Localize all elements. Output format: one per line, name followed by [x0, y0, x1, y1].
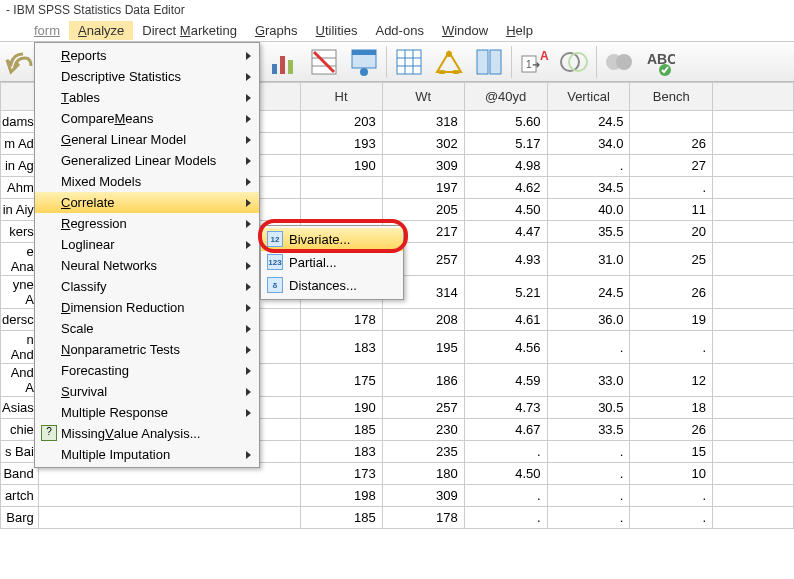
cell[interactable] — [713, 133, 794, 155]
correlate-partial-[interactable]: Partial...123 — [261, 251, 403, 274]
cell[interactable] — [713, 441, 794, 463]
cell[interactable] — [713, 111, 794, 133]
toolbar-pivot-icon[interactable] — [389, 46, 429, 78]
analyze-missing-value-analysis-[interactable]: Missing Value Analysis...? — [35, 423, 259, 444]
toolbar-select-cases-icon[interactable] — [304, 46, 344, 78]
cell[interactable]: 20 — [630, 221, 713, 243]
cell[interactable]: 185 — [300, 507, 382, 529]
cell[interactable]: 4.47 — [464, 221, 547, 243]
analyze-loglinear[interactable]: Loglinear — [35, 234, 259, 255]
cell[interactable]: 193 — [300, 133, 382, 155]
cell[interactable] — [630, 111, 713, 133]
toolbar-unk-icon[interactable] — [599, 46, 639, 78]
cell[interactable]: . — [547, 507, 630, 529]
cell[interactable]: 4.59 — [464, 364, 547, 397]
cell[interactable]: 40.0 — [547, 199, 630, 221]
analyze-classify[interactable]: Classify — [35, 276, 259, 297]
toolbar-value-labels-icon[interactable]: A1➜ — [514, 46, 554, 78]
cell[interactable] — [713, 331, 794, 364]
cell[interactable] — [713, 221, 794, 243]
col-header-Wt[interactable]: Wt — [382, 83, 464, 111]
cell[interactable]: 205 — [382, 199, 464, 221]
cell[interactable]: 180 — [382, 463, 464, 485]
menu-analyze[interactable]: Analyze — [69, 21, 133, 40]
menu-window[interactable]: Window — [433, 21, 497, 40]
analyze-compare-means[interactable]: Compare Means — [35, 108, 259, 129]
menu-graphs[interactable]: Graphs — [246, 21, 307, 40]
cell[interactable]: 26 — [630, 419, 713, 441]
analyze-general-linear-model[interactable]: General Linear Model — [35, 129, 259, 150]
cell[interactable]: 26 — [630, 133, 713, 155]
cell[interactable]: . — [547, 441, 630, 463]
cell[interactable]: . — [464, 441, 547, 463]
cell[interactable]: . — [630, 507, 713, 529]
analyze-nonparametric-tests[interactable]: Nonparametric Tests — [35, 339, 259, 360]
cell[interactable] — [713, 177, 794, 199]
col-header-Bench[interactable]: Bench — [630, 83, 713, 111]
cell[interactable]: 4.73 — [464, 397, 547, 419]
cell[interactable]: . — [547, 155, 630, 177]
cell[interactable]: 12 — [630, 364, 713, 397]
cell[interactable]: . — [547, 463, 630, 485]
analyze-reports[interactable]: Reports — [35, 45, 259, 66]
cell[interactable]: 302 — [382, 133, 464, 155]
cell[interactable] — [713, 309, 794, 331]
cell[interactable]: 5.21 — [464, 276, 547, 309]
cell[interactable]: . — [464, 507, 547, 529]
analyze-neural-networks[interactable]: Neural Networks — [35, 255, 259, 276]
toolbar-split-icon[interactable] — [469, 46, 509, 78]
toolbar-spellcheck-icon[interactable]: ABC — [639, 46, 679, 78]
menu-help[interactable]: Help — [497, 21, 542, 40]
menu-direct-marketing[interactable]: Direct Marketing — [133, 21, 246, 40]
cell[interactable]: 203 — [300, 111, 382, 133]
cell[interactable] — [713, 485, 794, 507]
analyze-regression[interactable]: Regression — [35, 213, 259, 234]
cell[interactable]: . — [630, 485, 713, 507]
cell[interactable]: 30.5 — [547, 397, 630, 419]
cell[interactable]: 5.60 — [464, 111, 547, 133]
col-header-@40yd[interactable]: @40yd — [464, 83, 547, 111]
cell[interactable] — [713, 155, 794, 177]
analyze-scale[interactable]: Scale — [35, 318, 259, 339]
cell[interactable]: 10 — [630, 463, 713, 485]
cell[interactable]: . — [547, 331, 630, 364]
toolbar-weight-icon[interactable] — [429, 46, 469, 78]
cell[interactable]: 186 — [382, 364, 464, 397]
toolbar-variables-cases-icon[interactable] — [344, 46, 384, 78]
col-header-blank0[interactable] — [1, 83, 39, 111]
cell[interactable]: 34.0 — [547, 133, 630, 155]
cell[interactable]: 197 — [382, 177, 464, 199]
cell[interactable]: 257 — [382, 397, 464, 419]
cell[interactable]: 24.5 — [547, 111, 630, 133]
toolbar-chart-icon[interactable] — [264, 46, 304, 78]
analyze-correlate[interactable]: Correlate — [35, 192, 259, 213]
cell[interactable]: 183 — [300, 441, 382, 463]
menu-bar[interactable]: form AnalyzeDirect MarketingGraphsUtilit… — [0, 20, 794, 42]
cell[interactable]: 24.5 — [547, 276, 630, 309]
analyze-descriptive-statistics[interactable]: Descriptive Statistics — [35, 66, 259, 87]
cell[interactable]: 4.56 — [464, 331, 547, 364]
cell[interactable] — [38, 507, 300, 529]
cell[interactable]: 33.5 — [547, 419, 630, 441]
cell[interactable]: 33.0 — [547, 364, 630, 397]
cell[interactable] — [713, 507, 794, 529]
cell[interactable]: 309 — [382, 155, 464, 177]
table-row[interactable]: Barg185178... — [1, 507, 794, 529]
col-header-blank7[interactable] — [713, 83, 794, 111]
cell[interactable]: . — [547, 485, 630, 507]
cell[interactable]: 11 — [630, 199, 713, 221]
col-header-Vertical[interactable]: Vertical — [547, 83, 630, 111]
cell[interactable]: 318 — [382, 111, 464, 133]
cell[interactable]: 19 — [630, 309, 713, 331]
cell[interactable] — [713, 243, 794, 276]
cell[interactable]: 27 — [630, 155, 713, 177]
cell[interactable]: 15 — [630, 441, 713, 463]
analyze-mixed-models[interactable]: Mixed Models — [35, 171, 259, 192]
cell[interactable]: 35.5 — [547, 221, 630, 243]
cell[interactable]: 26 — [630, 276, 713, 309]
cell[interactable]: 36.0 — [547, 309, 630, 331]
cell[interactable]: 25 — [630, 243, 713, 276]
cell[interactable]: 4.50 — [464, 463, 547, 485]
analyze-forecasting[interactable]: Forecasting — [35, 360, 259, 381]
correlate-distances-[interactable]: Distances...δ — [261, 274, 403, 297]
